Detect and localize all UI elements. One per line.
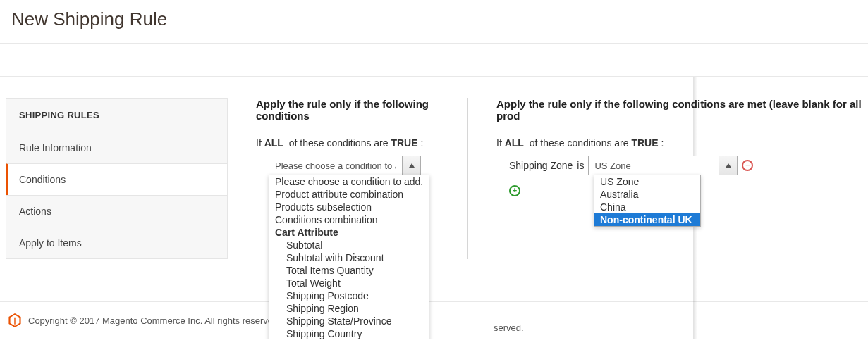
sidebar-item-apply-to-items[interactable]: Apply to Items [6,227,227,258]
dropdown-option[interactable]: Product attribute combination [269,188,429,201]
cond-all-toggle[interactable]: ALL [264,137,283,149]
magento-logo-icon [8,313,21,327]
cond-true-toggle[interactable]: TRUE [631,137,658,149]
cond-mid: of these conditions are [289,137,389,149]
condition-attribute[interactable]: Shipping Zone [509,160,573,171]
dropdown-option[interactable]: Please choose a condition to add. [269,175,429,188]
dropdown-option[interactable]: Subtotal [269,239,429,251]
remove-condition-icon[interactable] [742,160,753,171]
chevron-up-icon [409,163,415,168]
dropdown-option[interactable]: US Zone [594,175,700,188]
dropdown-option[interactable]: Non-continental UK [594,213,700,226]
sidebar-item-actions[interactable]: Actions [6,195,227,227]
condition-dropdown: Please choose a condition to add.Product… [269,175,429,339]
zone-select-toggle[interactable] [719,156,738,175]
conditions-panel-left: Apply the rule only if the following con… [228,98,467,259]
dropdown-option[interactable]: Products subselection [269,201,429,213]
add-condition-icon[interactable] [509,185,520,196]
dropdown-option[interactable]: Subtotal with Discount [269,251,429,264]
zone-dropdown: US ZoneAustraliaChinaNon-continental UK [594,175,701,227]
dropdown-option[interactable]: Shipping State/Province [269,315,429,327]
toolbar-spacer [0,43,868,77]
zone-select-wrap [588,156,738,175]
dropdown-option[interactable]: Total Weight [269,277,429,289]
zone-select-input[interactable] [588,156,719,175]
cond-suffix: : [661,137,664,149]
dropdown-option: Cart Attribute [269,226,429,239]
section-heading-right: Apply the rule only if the following con… [496,98,868,122]
footer: Copyright © 2017 Magento Commerce Inc. A… [0,301,868,339]
section-heading-left: Apply the rule only if the following con… [256,98,467,122]
dropdown-option[interactable]: Shipping Region [269,302,429,315]
sidebar-item-conditions[interactable]: Conditions [6,163,227,195]
cond-suffix: : [420,137,423,149]
condition-select-toggle[interactable] [403,156,421,175]
cond-prefix: If [256,137,262,149]
conditions-panel-right: Apply the rule only if the following con… [467,98,868,259]
condition-summary-right: If ALL of these conditions are TRUE : [496,137,868,149]
condition-operator[interactable]: is [577,160,584,171]
condition-select-wrap [269,156,421,175]
cond-mid: of these conditions are [530,137,629,149]
sidebar-item-rule-information[interactable]: Rule Information [6,132,227,163]
chevron-up-icon [726,163,731,168]
cond-true-toggle[interactable]: TRUE [391,137,417,149]
sidebar: SHIPPING RULES Rule Information Conditio… [6,98,228,259]
sidebar-title: SHIPPING RULES [6,99,227,132]
dropdown-option[interactable]: Conditions combination [269,213,429,226]
footer-copyright: Copyright © 2017 Magento Commerce Inc. A… [28,315,281,326]
dropdown-option[interactable]: Australia [594,188,700,201]
panels: Apply the rule only if the following con… [228,98,868,259]
condition-row: Shipping Zone is US ZoneAustraliaChinaNo… [509,156,868,175]
condition-select-input[interactable] [269,156,403,175]
dropdown-option[interactable]: Total Items Quantity [269,264,429,277]
dropdown-option[interactable]: Shipping Postcode [269,289,429,302]
condition-summary-left: If ALL of these conditions are TRUE : [256,137,467,149]
cond-all-toggle[interactable]: ALL [505,137,524,149]
footer-fragment-right: served. [494,322,524,333]
main-content: SHIPPING RULES Rule Information Conditio… [0,77,868,259]
dropdown-option[interactable]: Shipping Country [269,327,429,339]
dropdown-option[interactable]: China [594,201,700,213]
page-title: New Shipping Rule [0,0,868,43]
cond-prefix: If [496,137,502,149]
